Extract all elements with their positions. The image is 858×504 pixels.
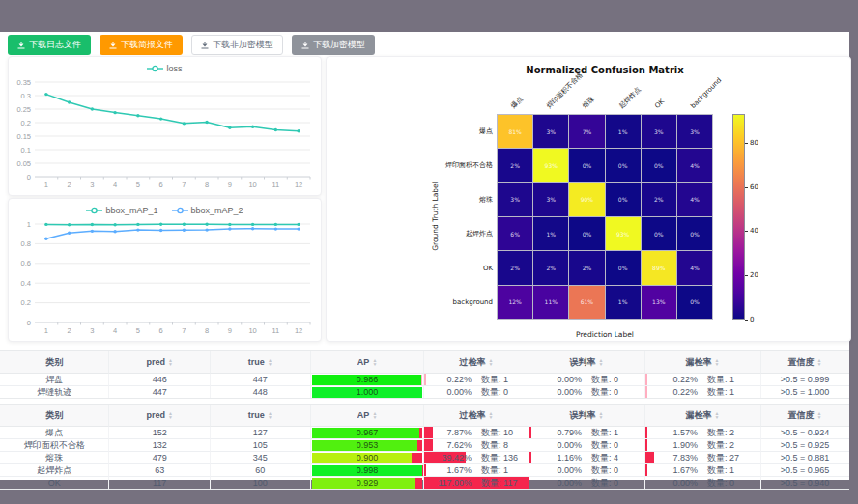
cell-over: 117.00%数量: 117 [424, 477, 529, 489]
rate-percent: 117.00% [424, 478, 476, 488]
cell-cls: 焊盘 [0, 374, 109, 386]
rate-count: 数量: 0 [702, 477, 759, 489]
column-header-label: true [248, 410, 265, 420]
cell-mis: 0.00%数量: 0 [529, 374, 645, 386]
colorbar-tick [745, 275, 748, 276]
sort-icon: ▲▼ [168, 358, 173, 366]
matrix-column-label: 焊印面积不合格 [545, 71, 584, 110]
cell-ap: 0.986 [311, 374, 425, 386]
column-header-cls: 类别 [0, 405, 109, 427]
column-header-true[interactable]: true▲▼ [211, 351, 311, 374]
rate-percent: 0.00% [424, 387, 476, 397]
cell-conf: >0.5 = 0.999 [761, 374, 849, 386]
column-header-ap[interactable]: AP▲▼ [311, 351, 425, 374]
column-header-over[interactable]: 过检率▲▼ [424, 351, 529, 374]
column-header-conf[interactable]: 置信度▲▼ [761, 351, 849, 374]
svg-text:0.3: 0.3 [21, 92, 31, 100]
rate-text: 7.83%数量: 27 [645, 452, 760, 464]
rate-count: 数量: 0 [586, 439, 644, 452]
sort-icon: ▲▼ [599, 411, 604, 419]
rate-text: 117.00%数量: 117 [424, 477, 528, 489]
svg-text:0.4: 0.4 [21, 279, 31, 288]
column-header-ap[interactable]: AP▲▼ [311, 405, 425, 427]
rate-percent: 1.67% [645, 465, 702, 475]
download-report-button[interactable]: 下载简报文件 [100, 35, 183, 55]
column-header-label: 漏检率 [686, 356, 712, 369]
cell-ap: 1.000 [311, 386, 425, 398]
loss-chart-card: loss 00.050.10.150.20.250.30.35123456789… [8, 56, 322, 196]
button-label: 下载非加密模型 [213, 36, 273, 54]
matrix-row-label: 熔珠 [396, 195, 493, 205]
legend-marker-icon [86, 207, 102, 214]
rate-count: 数量: 4 [586, 452, 644, 464]
svg-text:0: 0 [27, 319, 31, 327]
rate-text: 0.00%数量: 0 [529, 439, 644, 452]
column-header-label: AP [358, 357, 370, 367]
column-header-true[interactable]: true▲▼ [211, 405, 311, 427]
svg-text:8: 8 [205, 181, 209, 189]
rate-count: 数量: 0 [476, 386, 529, 398]
cell-pred: 446 [109, 374, 211, 386]
cell-pred: 152 [109, 427, 211, 439]
cell-ap: 0.998 [311, 464, 425, 477]
legend-item-loss[interactable]: loss [147, 64, 182, 73]
svg-text:0.2: 0.2 [21, 119, 31, 127]
matrix-row-label: OK [396, 265, 493, 272]
matrix-cell: 0% [569, 217, 604, 250]
column-header-mis[interactable]: 误判率▲▼ [529, 405, 645, 427]
column-header-label: 类别 [45, 409, 63, 422]
cell-miss: 0.00%数量: 0 [645, 477, 761, 489]
column-header-conf[interactable]: 置信度▲▼ [761, 405, 849, 427]
legend-label: loss [166, 64, 182, 73]
rate-percent: 1.16% [529, 453, 586, 462]
column-header-label: 漏检率 [686, 409, 712, 422]
rate-text: 39.42%数量: 136 [424, 452, 528, 464]
column-header-label: 置信度 [788, 409, 815, 422]
matrix-cell: 2% [642, 183, 676, 216]
matrix-row-label: 焊印面积不合格 [396, 160, 493, 170]
download-icon [17, 42, 25, 49]
download-log-button[interactable]: 下载日志文件 [8, 35, 91, 55]
rate-percent: 0.00% [529, 440, 586, 450]
legend-item-bbox_mAP_1[interactable]: bbox_mAP_1 [86, 206, 157, 215]
column-header-miss[interactable]: 漏检率▲▼ [645, 351, 761, 374]
cell-mis: 0.00%数量: 0 [529, 464, 645, 477]
cell-conf: >0.5 = 0.925 [761, 439, 849, 452]
matrix-x-axis-label: Prediction Label [497, 330, 713, 339]
table-row: 焊盘4464470.9860.22%数量: 10.00%数量: 00.22%数量… [0, 374, 849, 386]
svg-text:0.8: 0.8 [21, 239, 31, 248]
rate-count: 数量: 1 [476, 374, 529, 386]
cell-over: 1.67%数量: 1 [424, 464, 529, 477]
matrix-cell: 2% [498, 149, 532, 182]
matrix-cell: 0% [569, 149, 604, 182]
matrix-cell: 12% [498, 286, 532, 319]
ap-value: 0.998 [312, 465, 423, 476]
matrix-row-label: background [396, 298, 493, 306]
matrix-column-label: background [690, 76, 724, 110]
cell-mis: 0.00%数量: 0 [529, 477, 645, 489]
download-encrypted-model-button[interactable]: 下载加密模型 [292, 35, 375, 55]
rate-text: 1.67%数量: 1 [424, 464, 528, 477]
svg-text:11: 11 [272, 181, 279, 189]
column-header-pred[interactable]: pred▲▼ [109, 351, 211, 374]
svg-text:2: 2 [68, 181, 72, 189]
cell-over: 0.22%数量: 1 [424, 374, 529, 386]
legend-marker-icon [172, 207, 188, 214]
rate-percent: 0.00% [529, 478, 586, 488]
rate-count: 数量: 0 [586, 477, 644, 489]
ap-value: 0.929 [312, 478, 423, 489]
column-header-pred[interactable]: pred▲▼ [109, 405, 211, 427]
legend-item-bbox_mAP_2[interactable]: bbox_mAP_2 [172, 206, 243, 215]
button-label: 下载加密模型 [313, 36, 365, 54]
column-header-label: pred [146, 410, 165, 420]
column-header-mis[interactable]: 误判率▲▼ [529, 351, 645, 374]
rate-text: 0.00%数量: 0 [529, 464, 644, 477]
column-header-over[interactable]: 过检率▲▼ [424, 405, 529, 427]
download-plain-model-button[interactable]: 下载非加密模型 [191, 35, 283, 55]
table-header-row: 类别pred▲▼true▲▼AP▲▼过检率▲▼误判率▲▼漏检率▲▼置信度▲▼ [0, 351, 849, 374]
legend-label: bbox_mAP_2 [191, 206, 243, 215]
rate-text: 0.22%数量: 1 [645, 374, 760, 386]
column-header-miss[interactable]: 漏检率▲▼ [645, 405, 761, 427]
cell-conf: >0.5 = 0.881 [761, 452, 849, 464]
cell-pred: 117 [109, 477, 211, 489]
